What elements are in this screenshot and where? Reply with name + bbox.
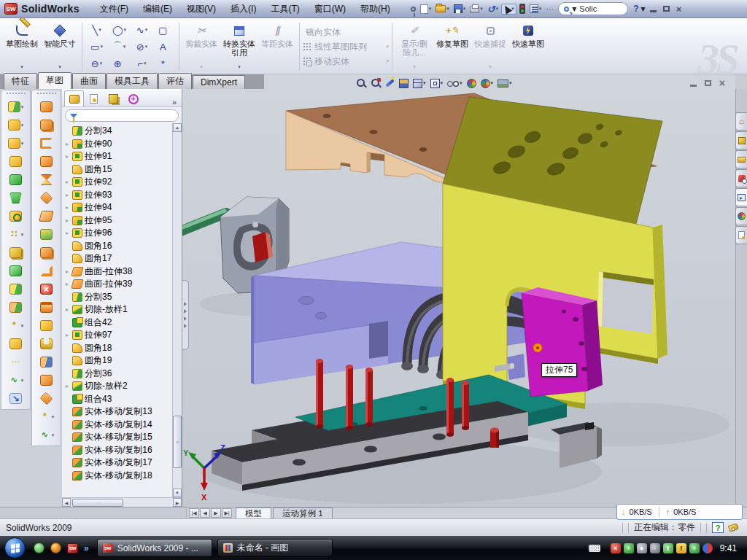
dimxpertmanager-tab[interactable]: + [123,90,143,106]
shell-icon[interactable]: ▾ [9,172,22,187]
expand-arrow-icon[interactable]: ▸ [64,141,70,147]
restore-button[interactable] [663,6,670,12]
arc-tool[interactable]: ⌒▾ [108,39,131,55]
expand-arrow-icon[interactable]: ▸ [64,217,70,224]
ellipse-tool[interactable]: ⊘▾ [131,39,153,55]
freeform-icon[interactable]: ∿▾ [8,373,24,388]
radiate-surface-icon[interactable]: ▾ [40,391,53,406]
scroll-down-button[interactable]: ▼ [173,489,182,497]
apply-scene-icon[interactable]: ▾ [479,77,495,90]
taskbar-button-solidworks[interactable]: SW SolidWorks 2009 - ... [97,539,212,557]
tree-item[interactable]: ▸ 分割36 [64,368,182,381]
fillet-icon[interactable]: ▾ [8,136,24,151]
quick-launch-app-icon[interactable] [50,542,61,553]
taskbar-clock[interactable]: 9:41 [716,543,743,553]
slot-tool[interactable]: ⊖▾ [85,55,108,72]
sketch-button[interactable]: 草图绘制 ▾ [3,20,41,73]
save-button[interactable]: ▾ [452,4,468,14]
tree-item[interactable]: ▸ 拉伸91 [64,150,182,163]
flex-icon[interactable]: ▾ [9,336,22,351]
swept-cut-icon[interactable]: ▾ [40,154,53,169]
expand-arrow-icon[interactable]: ▸ [64,153,70,160]
expand-arrow-icon[interactable]: ▸ [64,332,70,338]
spline-tool[interactable]: ∿▾ [131,22,153,39]
update-icon[interactable]: ● [637,543,647,553]
tree-item[interactable]: ▸ 拉伸92 [64,176,182,189]
menu-item[interactable]: 帮助(H) [353,1,398,18]
expand-arrow-icon[interactable]: ▸ [64,306,70,313]
edit-appearance-icon[interactable]: ▾ [465,77,478,90]
tree-item[interactable]: ▸ 圆角17 [64,252,182,265]
solidworks-resources-tab[interactable]: ⌂ [735,112,747,131]
point-tool[interactable]: *▾ [153,55,176,72]
dome-icon[interactable]: ⋯▾ [9,354,22,370]
open-button[interactable]: ▾ [434,4,451,13]
sketch-fillet-tool[interactable]: ⌐▾ [131,55,153,72]
move-copy-body-icon[interactable]: ▾ [9,300,22,315]
elbow-feature-icon[interactable]: ▾ [40,263,53,279]
tree-item[interactable]: ▸ 圆角16 [64,240,182,253]
tree-item[interactable]: ▸ 实体-移动/复制16 [64,444,182,457]
instant3d-icon[interactable]: ↘▾ [9,391,22,406]
search-tab[interactable] [735,169,747,187]
split-icon[interactable]: ▾ [9,281,22,297]
tree-item[interactable]: ▸ 拉伸90 [64,138,182,151]
propertymanager-tab[interactable] [84,90,104,106]
motion-study-tab[interactable]: 运动算例 1 [273,508,333,518]
line-tool[interactable]: ╲▾ [85,22,108,39]
quick-launch-overflow[interactable]: » [84,543,89,553]
repair-sketch-button[interactable]: +✎ 修复草图 [433,20,471,73]
help-button[interactable]: ? [631,4,640,14]
offset-surface-icon[interactable]: ▾ [40,373,53,388]
options-button[interactable]: ▾ [528,4,543,14]
cavity-icon[interactable]: ▾ [40,300,53,315]
ribbon-tab[interactable]: 模具工具 [107,73,158,89]
tree-item[interactable]: ▸ 拉伸95 [64,214,182,228]
tree-item[interactable]: ▸ 组合43 [64,393,182,406]
tree-item[interactable]: ▸ 组合42 [64,316,182,330]
new-document-button[interactable]: ▾ [419,4,433,15]
graphics-area[interactable]: Y Z X ▾ ▾ ▾ ▾ ▾ ▾ [182,74,735,507]
expand-arrow-icon[interactable]: ▸ [64,230,70,236]
design-library-tab[interactable] [735,131,747,149]
tree-item[interactable]: ▸ 曲面-拉伸39 [64,278,182,291]
tree-item[interactable]: ▸ 拉伸93 [64,189,182,202]
undo-button[interactable]: ↺▾ [486,4,500,15]
tree-item[interactable]: ▸ 分割35 [64,291,182,304]
tags-icon[interactable] [728,523,739,532]
thicken-icon[interactable]: ▾ [40,245,53,260]
tree-item[interactable]: ▸ 实体-移动/复制17 [64,456,182,470]
file-explorer-tab[interactable] [735,150,747,168]
polygon-tool[interactable]: ⊕▾ [108,55,131,72]
doc-close-button[interactable]: × [719,79,725,88]
menu-item[interactable]: 插入(I) [223,1,263,18]
curve-tool-icon[interactable]: ▾ [40,227,53,242]
section-view-icon[interactable]: ▾ [398,77,410,90]
tree-item[interactable]: ▸ 圆角15 [64,163,182,176]
tab-nav-button[interactable]: ▶ [211,508,221,518]
tree-item[interactable]: ▸ 拉伸94 [64,201,182,214]
doc-restore-button[interactable] [705,80,711,86]
appearances-tab[interactable] [735,207,747,225]
security-alert-icon[interactable]: × [611,543,621,553]
convert-entities-button[interactable]: 转换实体引用 ▾ [220,20,258,73]
quick-launch-messenger-icon[interactable] [34,542,44,553]
extruded-cut-icon[interactable]: ▾ [8,117,24,133]
lofted-cut-icon[interactable]: ▾ [40,172,53,187]
tree-item[interactable]: ▸ 实体-移动/复制14 [64,419,182,432]
view-orientation-icon[interactable]: ▾ [411,77,427,90]
expand-arrow-icon[interactable]: ▸ [64,179,70,185]
scroll-left-button[interactable]: ◀ [62,498,71,507]
tree-item[interactable]: ▸ 实体-移动/复制13 [64,405,182,419]
quick-tips-button[interactable]: ? [712,522,724,533]
model-tab[interactable]: 模型 [236,508,271,518]
sync-icon[interactable] [703,543,713,553]
tab-nav-button[interactable]: |◀ [189,508,199,518]
circle-tool[interactable]: ◯▾ [108,22,131,39]
view-palette-tab[interactable] [735,188,747,206]
expand-arrow-icon[interactable]: ▸ [64,204,70,211]
zoom-to-fit-icon[interactable]: ▾ [355,77,368,90]
panel-tabs-overflow[interactable]: » [169,98,179,106]
tree-vertical-scrollbar[interactable]: ▲ ≡ ▼ [172,123,182,497]
tree-item[interactable]: ▸ 曲面-拉伸38 [64,265,182,279]
